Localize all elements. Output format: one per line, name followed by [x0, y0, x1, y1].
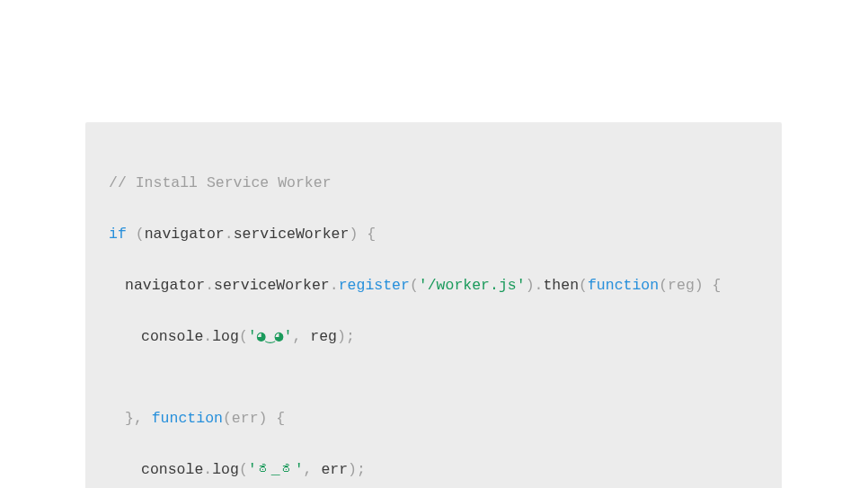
punct: (	[579, 277, 588, 294]
ident-console: console	[141, 461, 203, 478]
ident-reg: reg	[310, 328, 337, 345]
string-emoji-disapproval: 'ಠ_ಠ'	[248, 461, 304, 478]
method-log: log	[212, 461, 239, 478]
ident-console: console	[141, 328, 203, 345]
ident-navigator: navigator	[145, 226, 225, 243]
punct-dot: .	[535, 277, 544, 294]
ident-err: err	[321, 461, 348, 478]
punct: (	[127, 226, 145, 243]
code-line-5: }, function(err) {	[109, 406, 758, 431]
ident-serviceworker: serviceWorker	[214, 277, 330, 294]
punct-dot: .	[330, 277, 339, 294]
punct-dot: .	[203, 328, 212, 345]
keyword-function: function	[152, 410, 223, 427]
keyword-if: if	[109, 226, 127, 243]
punct-dot: .	[225, 226, 234, 243]
ident-serviceworker: serviceWorker	[234, 226, 350, 243]
code-line-3: navigator.serviceWorker.register('/worke…	[109, 273, 758, 298]
method-register: register	[339, 277, 410, 294]
method-then: then	[543, 277, 579, 294]
comment-text: // Install Service Worker	[109, 174, 332, 191]
string-emoji-happy: '◕‿◕'	[248, 328, 293, 345]
punct: ) {	[349, 226, 376, 243]
punct: );	[348, 461, 366, 478]
code-line-comment: // Install Service Worker	[109, 171, 758, 196]
ident-navigator: navigator	[125, 277, 205, 294]
punct: (err) {	[223, 410, 285, 427]
punct-dot: .	[203, 461, 212, 478]
code-line-4: console.log('◕‿◕', reg);	[109, 324, 758, 350]
punct: ,	[304, 461, 322, 478]
punct: (reg) {	[659, 277, 721, 294]
code-line-2: if (navigator.serviceWorker) {	[109, 222, 758, 247]
punct: (	[410, 277, 419, 294]
keyword-function: function	[588, 277, 659, 294]
punct: );	[337, 328, 355, 345]
punct: )	[526, 277, 535, 294]
punct-dot: .	[205, 277, 214, 294]
string-path: '/worker.js'	[419, 277, 526, 294]
code-block: // Install Service Worker if (navigator.…	[85, 122, 782, 488]
punct: ,	[292, 328, 310, 345]
method-log: log	[212, 328, 239, 345]
punct: (	[239, 461, 248, 478]
punct: },	[125, 410, 152, 427]
punct: (	[239, 328, 248, 345]
code-line-6: console.log('ಠ_ಠ', err);	[109, 457, 758, 483]
